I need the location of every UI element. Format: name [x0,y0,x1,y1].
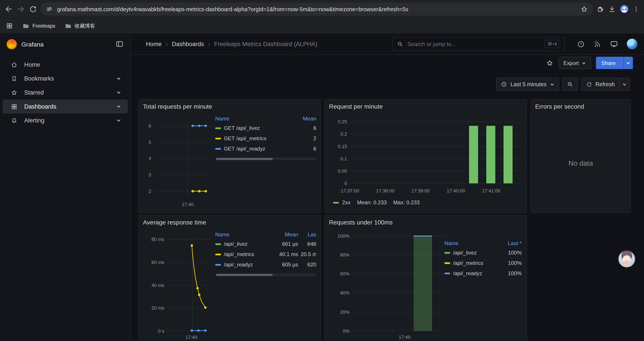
breadcrumb-dashboards[interactable]: Dashboards [172,41,204,47]
chevron-down-icon [550,82,554,87]
menu-kebab-icon[interactable] [632,5,640,13]
refresh-label: Refresh [595,81,615,87]
legend-row[interactable]: /api/_metrics 100% [444,258,522,268]
legend-item-2xx[interactable]: 2xx [333,199,350,206]
panel-average-response-time[interactable]: Average response time 80 ms 60 ms [138,215,321,341]
home-icon [11,61,18,68]
panel-errors-per-second[interactable]: Errors per second No data [531,99,631,213]
legend-header-mean[interactable]: Mean [292,115,316,122]
refresh-icon [586,81,592,87]
legend-scrollbar[interactable] [215,158,316,160]
grafana-logo[interactable] [6,39,17,49]
panel-requests-under-100ms[interactable]: Requests under 100ms 100% 80% 60% 40% [324,215,527,341]
zoom-out-button[interactable] [562,78,578,91]
site-settings-icon[interactable] [46,5,53,13]
panel-total-requests[interactable]: Total requests per minute 6 5 [138,99,321,213]
series-last: 620 [301,261,316,268]
search-box[interactable]: ⌘+k [392,37,565,51]
series-name: /api/_metrics [224,251,254,257]
apps-grid-icon[interactable] [6,22,13,30]
time-range-picker[interactable]: Last 5 minutes [496,78,559,91]
extensions-icon[interactable] [596,5,604,13]
monitor-icon[interactable] [610,40,618,48]
legend-header-mean[interactable]: Mean [274,231,298,237]
sidebar-item-label: Dashboards [24,103,110,110]
legend-header-name[interactable]: Name [444,240,495,246]
legend-row[interactable]: /api/_readyz 605 µs 620 [215,259,316,270]
share-label[interactable]: Share [596,57,620,69]
scrollbar-thumb[interactable] [216,274,273,276]
series-name: /api/_readyz [453,270,482,276]
share-button[interactable]: Share [596,57,633,69]
downloads-icon[interactable] [608,5,616,13]
assistant-avatar[interactable] [618,251,635,267]
series-last: 100% [498,249,522,256]
bookmark-star-icon[interactable] [580,5,588,13]
chevron-down-icon[interactable] [116,104,121,109]
sidebar-item-dashboards[interactable]: Dashboards [2,99,128,113]
series-name: /api/_livez [224,241,248,247]
breadcrumb-separator: › [166,41,168,47]
forward-icon[interactable] [16,5,26,14]
legend-header-name[interactable]: Name [215,115,290,122]
svg-text:20 ms: 20 ms [152,305,164,311]
legend-header-last[interactable]: Las [301,231,316,237]
panel-title[interactable]: Average response time [143,219,316,226]
legend-header-name[interactable]: Name [215,231,272,237]
legend-row[interactable]: /api/_metrics 40.1 ms 20.5 m [215,249,316,259]
reload-icon[interactable] [29,5,37,14]
favorite-star-icon[interactable] [546,59,554,67]
legend-table: Name Last * /api/_livez 100% /api/_metri… [444,236,522,278]
profile-icon[interactable] [620,4,629,14]
panel-request-per-minute[interactable]: Request per minute 0.25 0.2 0.15 0.1 [324,99,527,213]
chevron-down-icon[interactable] [116,76,121,81]
refresh-interval-chevron-icon[interactable] [620,78,629,90]
legend-row[interactable]: /api/_livez 100% [444,247,522,258]
legend-row[interactable]: GET /api/_livez 6 [215,123,316,133]
bookmark-item-freeleaps[interactable]: Freeleaps [22,22,55,30]
scrollbar-thumb[interactable] [216,158,273,160]
series-color-chip [215,148,221,149]
dashboard-actions: Export Share [131,55,644,71]
legend-row[interactable]: /api/_livez 661 µs 646 [215,239,316,249]
url-text[interactable]: grafana.mathmast.com/d/deytv4rwavabkb/fr… [57,6,576,12]
series-last: 20.5 m [301,251,316,257]
sidebar-item-starred[interactable]: Starred [2,86,128,100]
legend-header-last-star[interactable]: Last * [498,240,522,246]
chevron-down-icon[interactable] [116,118,121,123]
x-axis-tick: 17:40 [182,202,194,207]
breadcrumb-home[interactable]: Home [146,41,162,47]
svg-text:60%: 60% [340,271,350,276]
address-bar[interactable]: grafana.mathmast.com/d/deytv4rwavabkb/fr… [40,3,593,16]
user-avatar[interactable] [627,39,638,49]
sidebar-item-alerting[interactable]: Alerting [2,113,128,128]
panel-title[interactable]: Requests under 100ms [329,219,522,226]
header-icons: ? [577,34,638,55]
refresh-button[interactable]: Refresh [581,78,630,91]
legend-scrollbar[interactable] [215,273,316,276]
panel-title[interactable]: Request per minute [329,103,522,110]
breadcrumb-separator: › [208,41,210,47]
news-rss-icon[interactable] [593,40,601,48]
help-icon[interactable]: ? [577,40,585,48]
export-button[interactable]: Export [558,57,591,69]
sidebar-item-bookmarks[interactable]: Bookmarks [2,72,128,86]
panel-title[interactable]: Total requests per minute [143,103,316,110]
series-name: /api/_livez [453,249,477,256]
share-dropdown-chevron-icon[interactable] [624,57,632,69]
legend-row[interactable]: GET /api/_readyz 6 [215,144,316,154]
bookmark-item-blogs[interactable]: 收藏博客 [64,22,95,30]
chevron-down-icon[interactable] [116,90,121,95]
back-icon[interactable] [4,5,13,14]
series-color-chip [215,264,221,265]
breadcrumb: Home › Dashboards › Freeleaps Metrics Da… [146,41,318,47]
legend-row[interactable]: GET /api/_metrics 2 [215,133,316,144]
panel-title[interactable]: Errors per second [535,103,626,110]
svg-text:40 ms: 40 ms [152,283,164,288]
dock-menu-icon[interactable] [116,40,124,48]
sidebar-item-home[interactable]: Home [2,58,128,72]
search-input[interactable] [406,41,542,48]
legend-row[interactable]: /api/_readyz 100% [444,268,522,278]
series-color-chip [444,252,450,253]
refresh-main[interactable]: Refresh [582,78,620,90]
